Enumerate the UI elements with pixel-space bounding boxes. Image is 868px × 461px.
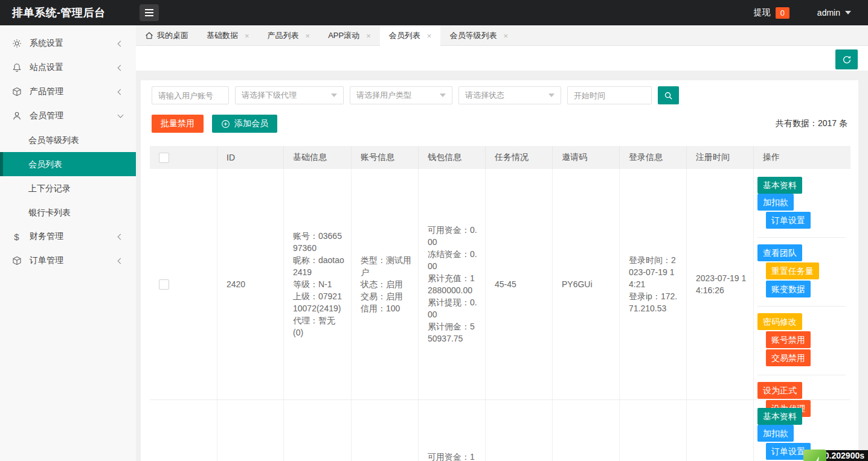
column-header: 登录信息: [620, 146, 687, 169]
chevron-left-icon: [118, 234, 124, 240]
login-info-cell: 登录时间：2023-07-19 14:21 登录ip：172.71.210.53: [620, 169, 687, 399]
hamburger-icon: [145, 9, 153, 10]
disable-account-button[interactable]: 账号禁用: [766, 331, 811, 348]
agent-select[interactable]: 请选择下级代理: [235, 86, 344, 104]
status-select[interactable]: 请选择状态: [458, 86, 561, 104]
chevron-down-icon: [440, 94, 446, 97]
tab-basic-data[interactable]: 基础数据 ×: [198, 25, 259, 46]
row-select-cell: [150, 169, 217, 399]
row-select-cell: [150, 400, 217, 461]
column-header: 钱包信息: [419, 146, 486, 169]
start-time-field[interactable]: [567, 86, 652, 104]
tab-member-list[interactable]: 会员列表 ×: [380, 25, 441, 46]
member-table: ID 基础信息 账号信息 钱包信息 任务情况 邀请码 登录信息 注册时间 操作 …: [150, 146, 850, 461]
header-right: 提现 0 admin: [754, 7, 868, 19]
refresh-icon: [841, 54, 852, 65]
select-all-checkbox[interactable]: [159, 153, 169, 163]
add-deduct-funds-button[interactable]: 加扣款: [757, 194, 794, 211]
close-icon[interactable]: ×: [427, 32, 432, 40]
user-menu[interactable]: admin: [817, 8, 851, 17]
tab-member-level-list[interactable]: 会员等级列表 ×: [440, 25, 517, 46]
sidebar-item-site-settings[interactable]: 站点设置: [0, 56, 136, 80]
add-member-button[interactable]: 添加会员: [212, 115, 277, 133]
view-team-button[interactable]: 查看团队: [757, 244, 802, 261]
close-icon[interactable]: ×: [306, 32, 310, 40]
sidebar-item-product-management[interactable]: 产品管理: [0, 80, 136, 104]
dollar-icon: $: [11, 232, 22, 242]
sidebar-item-bank-card-list[interactable]: 银行卡列表: [0, 200, 136, 224]
batch-disable-button[interactable]: 批量禁用: [152, 115, 204, 133]
user-type-select[interactable]: 请选择用户类型: [350, 86, 452, 104]
chevron-left-icon: [118, 258, 124, 264]
search-button[interactable]: [658, 86, 679, 104]
id-cell: 2420: [217, 169, 284, 399]
tab-label: 产品列表: [268, 30, 299, 41]
row-checkbox[interactable]: [159, 279, 169, 290]
table-row: 可用资金：10 基本资料 加扣款 订单设置 查看团队 重置任务量 账变数据: [150, 400, 850, 461]
sidebar-item-system-settings[interactable]: 系统设置: [0, 31, 136, 56]
id-cell: [217, 400, 284, 461]
register-time-cell: [687, 400, 754, 461]
search-icon: [663, 91, 674, 101]
reset-task-count-button[interactable]: 重置任务量: [766, 262, 819, 279]
username: admin: [817, 8, 840, 17]
sidebar-item-order-management[interactable]: 订单管理: [0, 249, 136, 273]
chevron-down-icon: [548, 94, 555, 97]
invite-code-cell: PY6GUi: [553, 169, 620, 399]
chevron-down-icon: [118, 112, 124, 118]
tab-bar: 我的桌面 基础数据 × 产品列表 × APP滚动 × 会员列表 × 会员等级列表…: [136, 25, 868, 46]
wallet-info-cell: 可用资金：10: [419, 400, 486, 461]
sidebar-toggle-button[interactable]: [140, 4, 159, 21]
table-header: ID 基础信息 账号信息 钱包信息 任务情况 邀请码 登录信息 注册时间 操作: [150, 146, 850, 169]
withdraw-count-badge: 0: [776, 7, 789, 19]
column-header: 操作: [754, 146, 850, 169]
table-row: 2420 账号：0366597360 昵称：daotao2419 等级：N-1 …: [150, 169, 850, 400]
sidebar-item-member-list[interactable]: 会员列表: [0, 152, 136, 176]
package-icon: [11, 87, 22, 97]
sidebar-item-updown-records[interactable]: 上下分记录: [0, 176, 136, 200]
tab-app-scroll[interactable]: APP滚动 ×: [319, 25, 380, 46]
column-header: 任务情况: [486, 146, 553, 169]
task-status-cell: 45-45: [486, 169, 553, 399]
disable-trading-button[interactable]: 交易禁用: [766, 349, 811, 366]
basic-profile-button[interactable]: 基本资料: [757, 177, 802, 194]
tab-label: 我的桌面: [157, 30, 188, 41]
change-password-button[interactable]: 密码修改: [757, 313, 802, 330]
account-change-data-button[interactable]: 账变数据: [766, 281, 811, 297]
thinkphp-trace-icon[interactable]: [803, 450, 826, 461]
user-icon: [11, 111, 22, 121]
basic-profile-button[interactable]: 基本资料: [757, 408, 802, 425]
tab-product-list[interactable]: 产品列表 ×: [259, 25, 320, 46]
task-status-cell: [486, 400, 553, 461]
agent-select-value: 请选择下级代理: [242, 90, 297, 101]
order-settings-button[interactable]: 订单设置: [766, 212, 811, 229]
column-header: 基础信息: [284, 146, 352, 169]
refresh-button[interactable]: [835, 49, 858, 69]
column-header: ID: [217, 146, 284, 169]
add-deduct-funds-button[interactable]: 加扣款: [757, 425, 794, 442]
column-header: 邀请码: [553, 146, 620, 169]
close-icon[interactable]: ×: [366, 32, 371, 40]
start-time-input[interactable]: [574, 91, 645, 100]
sidebar-item-member-management[interactable]: 会员管理: [0, 104, 136, 128]
filter-row: 请选择下级代理 请选择用户类型 请选择状态: [141, 80, 858, 104]
close-icon[interactable]: ×: [503, 32, 508, 40]
withdraw-menu-item[interactable]: 提现 0: [754, 7, 789, 19]
bell-icon: [11, 63, 22, 73]
basic-info-cell: [284, 400, 352, 461]
tab-label: 会员等级列表: [449, 30, 497, 41]
sidebar-item-finance-management[interactable]: $ 财务管理: [0, 224, 136, 249]
tab-my-desktop[interactable]: 我的桌面: [136, 25, 198, 46]
app-title: 排单系统-管理后台: [0, 5, 136, 20]
member-list-panel: 请选择下级代理 请选择用户类型 请选择状态 批量禁用 添加会员 共有数据：201…: [141, 80, 858, 461]
sidebar-item-member-level-list[interactable]: 会员等级列表: [0, 128, 136, 152]
wallet-info-cell: 可用资金：0.00 冻结资金：0.00 累计充值：12880000.00 累计提…: [419, 169, 486, 399]
register-time-cell: 2023-07-19 14:16:26: [687, 169, 754, 399]
user-type-select-value: 请选择用户类型: [356, 90, 411, 101]
select-all-header-cell: [150, 146, 217, 169]
account-search-input[interactable]: [158, 91, 222, 100]
set-official-button[interactable]: 设为正式: [757, 382, 802, 399]
sidebar-item-label: 订单管理: [30, 255, 63, 266]
close-icon[interactable]: ×: [245, 32, 249, 40]
account-search-field[interactable]: [152, 86, 229, 104]
